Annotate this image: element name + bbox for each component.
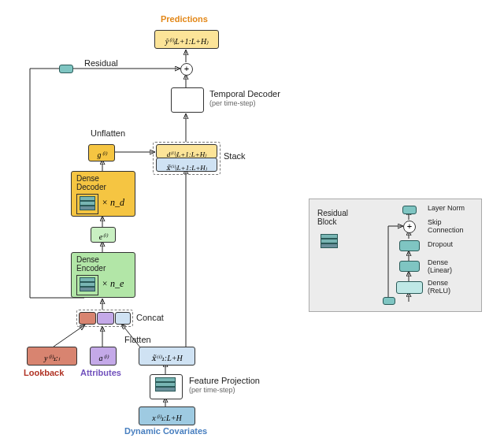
legend-title: Residual Block	[317, 209, 348, 226]
residual-chip	[59, 65, 73, 73]
legend-dropout: Dropout	[428, 240, 453, 248]
d-box: d⁽ⁱ⁾₍L+1:L+H₎	[156, 144, 217, 158]
dense-encoder-title: Dense Encoder	[76, 255, 139, 273]
dense-decoder-title: Dense Decoder	[76, 174, 139, 191]
feature-projection-title: Feature Projection	[189, 376, 260, 385]
legend-skip: Skip Connection	[428, 218, 464, 234]
temporal-decoder-box	[171, 87, 204, 113]
dense-encoder-box: Dense Encoder × n_e	[71, 252, 135, 298]
a-box: a⁽ⁱ⁾	[90, 347, 117, 366]
temporal-decoder-sub: (per time-step)	[209, 99, 256, 107]
legend-layer-norm: Layer Norm	[428, 204, 465, 212]
dense-decoder-box: Dense Decoder × n_d	[71, 171, 135, 217]
dense-encoder-icon-frame	[76, 275, 98, 295]
legend-panel: Residual Block + Layer Norm Skip Connect…	[309, 199, 482, 312]
attributes-label: Attributes	[80, 368, 121, 377]
e-symbol: e⁽ⁱ⁾	[99, 232, 107, 241]
svg-line-3	[54, 325, 84, 347]
y-box: y⁽ⁱ⁾₁:ₗ	[27, 347, 77, 366]
concat-label: Concat	[136, 313, 164, 322]
pred-symbol: ŷ⁽ⁱ⁾₍L+1:L+H₎	[165, 37, 209, 46]
g-box: g⁽ⁱ⁾	[88, 144, 115, 161]
predictions-title: Predictions	[161, 14, 208, 24]
dense-decoder-count: × n_d	[102, 197, 124, 209]
feature-projection-icon	[155, 377, 176, 392]
legend-dense-linear-chip	[399, 261, 420, 272]
a-symbol: a⁽ⁱ⁾	[99, 354, 108, 362]
legend-input-chip	[383, 297, 395, 305]
concat-a-chip	[97, 312, 114, 325]
dense-decoder-icon-frame	[76, 194, 98, 214]
y-symbol: y⁽ⁱ⁾₁:ₗ	[44, 354, 60, 362]
x-symbol: x⁽ⁱ⁾₁:L+H	[152, 414, 181, 422]
legend-dense-relu-chip	[396, 281, 423, 294]
xtilde-symbol: x̃⁽ⁱ⁾₍L+1:L+H₎	[166, 164, 207, 172]
e-box: e⁽ⁱ⁾	[91, 227, 116, 243]
dense-encoder-count: × n_e	[102, 278, 124, 290]
residual-label: Residual	[84, 58, 118, 68]
legend-dropout-chip	[399, 240, 420, 251]
legend-residual-icon	[321, 234, 338, 248]
concat-y-chip	[79, 312, 96, 325]
temporal-decoder-title: Temporal Decoder	[209, 89, 280, 98]
feature-projection-sub: (per time-step)	[189, 386, 235, 394]
x-box: x⁽ⁱ⁾₁:L+H	[139, 406, 195, 425]
concat-x-chip	[115, 312, 131, 325]
pred-box: ŷ⁽ⁱ⁾₍L+1:L+H₎	[154, 30, 219, 49]
xtilde-stack-box: x̃⁽ⁱ⁾₍L+1:L+H₎	[156, 158, 217, 172]
legend-dense-linear: Dense (Linear)	[428, 258, 452, 274]
xt-symbol: x̃⁽ⁱ⁾₁:L+H	[151, 354, 182, 362]
unflatten-label: Unflatten	[91, 128, 125, 138]
legend-dense-relu: Dense (ReLU)	[428, 279, 450, 295]
stack-label: Stack	[224, 151, 246, 161]
dyn-cov-label: Dynamic Covariates	[124, 426, 207, 436]
xt-box: x̃⁽ⁱ⁾₁:L+H	[139, 347, 195, 366]
flatten-label: Flatten	[124, 335, 151, 344]
legend-ln-chip	[402, 206, 417, 214]
g-symbol: g⁽ⁱ⁾	[98, 150, 106, 159]
residual-sum-icon: +	[180, 63, 193, 76]
lookback-label: Lookback	[24, 368, 64, 377]
legend-plus-icon: +	[403, 221, 416, 233]
